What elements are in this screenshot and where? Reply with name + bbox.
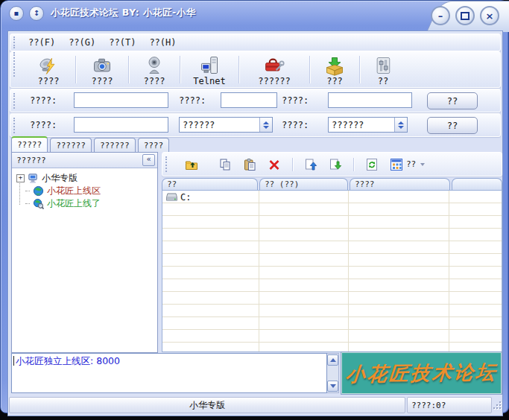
tab-0[interactable]: ????? [11,136,48,152]
delete-button[interactable] [268,158,281,171]
main-toolbar: ???? ???? [10,51,501,88]
tree-expander-icon[interactable]: + [16,174,25,182]
view-mode-button[interactable]: ?? [390,158,425,171]
status-section-right: ????:0? [407,397,492,413]
maximize-icon [461,12,470,20]
menu-help[interactable]: ??(H) [142,34,183,51]
connect-button[interactable]: ?? [427,92,478,109]
toolbar-button-label: ?????? [258,77,290,86]
tab-2[interactable]: ?????? [94,138,136,152]
combo-spinner[interactable] [259,118,272,132]
option-combo-1[interactable]: ?????? [179,117,273,133]
download-button[interactable] [329,158,342,171]
tab-strip: ????? ?????? ?????? ???? [11,138,169,152]
host-input[interactable] [74,92,168,108]
toolbar-grip[interactable] [13,36,19,48]
status-right-text: ????:0? [408,401,446,410]
toolbar-button-label: ?? [378,77,388,86]
field-label: ????: [30,89,57,112]
minimize-button[interactable]: – [431,6,450,25]
field-label: ????: [179,89,206,112]
log-output-box[interactable]: 小花匠独立上线区: 8000 [11,353,327,393]
apply-button[interactable]: ?? [427,117,478,134]
column-header-size[interactable]: ?? (??) [259,178,348,190]
scroll-down-button[interactable] [327,381,338,392]
view-mode-label: ?? [406,159,416,169]
toolbar-separator [353,158,354,171]
toolbar-button-label: ??? [326,77,343,86]
rollup-button[interactable]: ↕ [29,6,44,21]
log-output-area: 小花匠独立上线区: 8000 [11,353,339,393]
toolbox-icon [264,55,285,76]
toolbar-separator [292,158,293,171]
close-button[interactable]: × [480,6,499,25]
status-section-left: 小华专版 [9,397,405,413]
tree-item-label: 小花匠上线了 [47,197,101,210]
file-list[interactable]: C: [162,190,502,352]
brand-banner: 小花匠技术论坛 [341,351,502,395]
toolbar-button-label: ???? [92,77,113,86]
tab-1[interactable]: ?????? [50,138,92,152]
system-menu-button[interactable]: ▪ [9,6,24,21]
domain-input[interactable] [74,117,168,133]
file-manager-panel: ?? ?? ?? (??) ???? [162,152,502,351]
remote-control-button[interactable]: ???? [22,52,75,87]
refresh-button[interactable] [365,158,379,171]
connection-row-2: ????: ?????? ????: ?????? ?? [10,113,501,137]
tree-item-group[interactable]: + 小华专版 [12,172,157,185]
upload-button[interactable] [304,158,317,171]
grid-line [259,191,259,351]
log-scrollbar[interactable] [327,353,339,393]
resize-grip[interactable] [493,401,502,410]
remote-control-icon [38,55,59,76]
column-header-name[interactable]: ?? [162,178,258,190]
globe-icon [33,185,44,197]
column-header-type[interactable]: ???? [350,178,450,190]
file-row-label: C: [180,192,191,203]
field-label: ????: [282,89,309,112]
combo-value: ?????? [329,120,394,130]
port-input[interactable] [221,92,277,108]
menu-file[interactable]: ??(F) [22,34,62,51]
scroll-up-button[interactable] [327,354,338,366]
menu-tools[interactable]: ??(T) [102,34,142,51]
column-header-extra[interactable] [452,178,502,190]
maximize-button[interactable] [455,6,475,25]
toolbar-grip[interactable] [13,52,19,77]
toolbar-grip[interactable] [165,156,171,173]
copy-button[interactable] [218,158,232,171]
telnet-icon [199,55,220,76]
spin-up-icon [398,121,404,124]
toolbar-grip[interactable] [13,93,19,109]
grid-line [449,191,449,351]
tree-item-online-zone[interactable]: 小花匠上线区 [12,185,157,197]
spin-up-icon [263,121,269,124]
option-combo-2[interactable]: ?????? [328,117,408,133]
telnet-button[interactable]: Telnet [180,52,238,87]
toolbar-grip[interactable] [13,118,19,133]
tree-item-online-now[interactable]: 小花匠上线了 [12,197,157,210]
drive-icon [166,193,177,202]
paste-button[interactable] [243,158,256,171]
password-input[interactable] [328,92,412,108]
up-folder-button[interactable] [185,158,198,171]
webcam-button[interactable]: ???? [129,52,180,87]
screen-capture-icon [92,55,113,76]
screen-capture-button[interactable]: ???? [76,52,128,87]
globe-search-icon [33,198,44,209]
install-service-button[interactable]: ??? [310,52,359,87]
view-grid-icon [390,158,403,171]
brand-banner-text: 小花匠技术论坛 [344,359,498,388]
settings-button[interactable]: ?? [360,52,406,87]
combo-spinner[interactable] [394,118,407,132]
tree-item-label: 小华专版 [42,172,78,185]
tab-3[interactable]: ???? [138,138,170,152]
menu-settings[interactable]: ??(G) [62,34,102,51]
toolbar-button-label: ???? [38,77,60,86]
collapse-panel-button[interactable]: « [142,154,155,166]
spin-down-icon [263,126,269,129]
window-title: 小花匠技术论坛 BY: 小花匠-小华 [51,7,196,19]
toolbox-button[interactable]: ?????? [239,52,309,87]
tree-item-label: 小花匠上线区 [47,185,101,197]
file-row-drive-c[interactable]: C: [162,191,502,203]
